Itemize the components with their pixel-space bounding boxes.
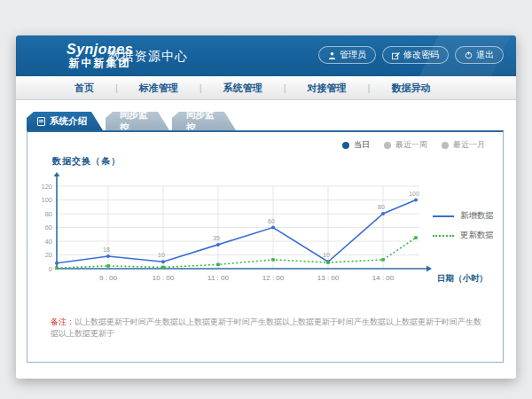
tab-sync-monitor-1[interactable]: 同步监控 xyxy=(106,112,169,130)
power-icon xyxy=(465,51,473,59)
radio-today[interactable]: 当日 xyxy=(342,139,370,151)
svg-text:100: 100 xyxy=(41,196,52,204)
tab-system-intro[interactable]: 系统介绍 xyxy=(27,112,103,130)
svg-text:80: 80 xyxy=(378,204,385,210)
legend-line-solid xyxy=(433,215,454,217)
legend-new-data-label: 新增数据 xyxy=(460,210,494,222)
svg-text:10: 10 xyxy=(158,252,165,258)
chart-panel: 当日 最近一周 最近一月 数据交换（条） 0204060801001209 : … xyxy=(27,130,504,363)
svg-text:14 : 00: 14 : 00 xyxy=(372,274,395,282)
admin-user-label: 管理员 xyxy=(340,49,366,61)
svg-text:35: 35 xyxy=(213,235,220,241)
content-area: 系统介绍 同步监控 同步监控 当日 最近一周 xyxy=(16,100,516,378)
svg-text:120: 120 xyxy=(41,183,52,191)
header-actions: 管理员 修改密码 退出 xyxy=(318,46,504,64)
chart-canvas: 0204060801001209 : 0010 : 0011 : 0012 : … xyxy=(35,169,497,286)
footnote-prefix: 备注： xyxy=(51,317,74,326)
legend-item-updated-data: 更新数据 xyxy=(433,230,494,241)
radio-unselected-icon xyxy=(384,142,391,149)
tab-system-intro-label: 系统介绍 xyxy=(50,115,87,128)
radio-last-week-label: 最近一周 xyxy=(395,139,427,151)
page-title: 数据资源中心 xyxy=(108,49,188,65)
main-nav: 首页 | 标准管理 | 系统管理 | 对接管理 | 数据异动 xyxy=(16,76,516,100)
tab-sync-monitor-2[interactable]: 同步监控 xyxy=(172,112,236,130)
svg-text:40: 40 xyxy=(45,238,52,246)
radio-last-week[interactable]: 最近一周 xyxy=(384,139,427,151)
footnote: 备注：以上数据更新于时间产生数据以上数据更新于时间产生数据以上数据更新于时间产生… xyxy=(51,317,485,339)
svg-text:60: 60 xyxy=(268,218,275,224)
legend-updated-data-label: 更新数据 xyxy=(460,230,494,241)
footnote-text: 以上数据更新于时间产生数据以上数据更新于时间产生数据以上数据更新于时间产生数据以… xyxy=(51,317,481,338)
svg-text:60: 60 xyxy=(45,223,52,231)
y-axis-title: 数据交换（条） xyxy=(52,155,121,168)
admin-user-button[interactable]: 管理员 xyxy=(318,46,376,64)
logout-label: 退出 xyxy=(476,49,494,61)
tab-sync-monitor-1-label: 同步监控 xyxy=(120,109,155,134)
svg-text:0: 0 xyxy=(49,265,52,273)
svg-text:9 : 00: 9 : 00 xyxy=(99,274,118,282)
radio-unselected-icon xyxy=(442,142,449,149)
edit-icon xyxy=(392,51,400,59)
app-header: Synjones 新中新集团 数据资源中心 管理员 修改密码 退出 xyxy=(16,35,516,76)
period-selector: 当日 最近一周 最近一月 xyxy=(342,139,485,151)
nav-item-standard-mgmt[interactable]: 标准管理 xyxy=(118,82,200,95)
line-chart: 0204060801001209 : 0010 : 0011 : 0012 : … xyxy=(35,169,497,286)
app-window: Synjones 新中新集团 数据资源中心 管理员 修改密码 退出 xyxy=(16,35,516,379)
svg-text:20: 20 xyxy=(45,251,52,259)
chart-legend: 新增数据 更新数据 xyxy=(433,210,494,241)
nav-item-system-mgmt[interactable]: 系统管理 xyxy=(202,82,284,95)
tab-sync-monitor-2-label: 同步监控 xyxy=(186,109,222,134)
nav-item-home[interactable]: 首页 xyxy=(53,82,115,95)
nav-item-interface-mgmt[interactable]: 对接管理 xyxy=(286,82,368,95)
change-password-label: 修改密码 xyxy=(403,49,439,61)
document-icon xyxy=(37,117,45,126)
legend-line-dotted xyxy=(433,235,454,237)
svg-text:100: 100 xyxy=(409,191,419,197)
svg-text:10 : 00: 10 : 00 xyxy=(153,274,175,282)
svg-text:11 : 00: 11 : 00 xyxy=(207,274,229,282)
svg-text:80: 80 xyxy=(45,210,52,218)
radio-today-label: 当日 xyxy=(354,139,370,151)
logout-button[interactable]: 退出 xyxy=(455,46,504,64)
radio-last-month[interactable]: 最近一月 xyxy=(442,139,485,151)
svg-text:18: 18 xyxy=(103,246,110,253)
nav-item-data-change[interactable]: 数据异动 xyxy=(370,82,451,95)
svg-text:12 : 00: 12 : 00 xyxy=(262,274,285,282)
tab-bar: 系统介绍 同步监控 同步监控 xyxy=(27,112,236,130)
svg-text:日期（小时）: 日期（小时） xyxy=(437,273,488,284)
radio-selected-icon xyxy=(342,142,349,149)
user-icon xyxy=(328,51,336,59)
legend-item-new-data: 新增数据 xyxy=(433,210,494,222)
svg-text:13 : 00: 13 : 00 xyxy=(317,274,340,282)
radio-last-month-label: 最近一月 xyxy=(453,139,485,151)
svg-text:10: 10 xyxy=(323,252,330,258)
change-password-button[interactable]: 修改密码 xyxy=(382,46,449,64)
